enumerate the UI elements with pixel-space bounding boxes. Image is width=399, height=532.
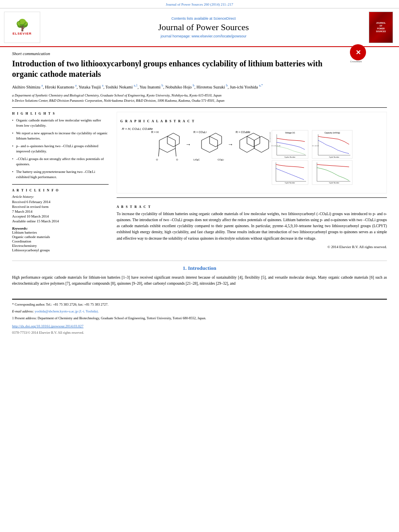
crossmark-label: CrossMark: [346, 60, 366, 63]
cover-text: JOURNALOFPOWERSOURCES: [376, 22, 386, 33]
sciencedirect-link-text[interactable]: ScienceDirect: [214, 16, 236, 21]
title-row: Introduction of two lithiooxycarbonyl gr…: [12, 58, 387, 83]
page-wrapper: Journal of Power Sources 260 (2014) 211–…: [0, 0, 399, 339]
highlights-list: Organic cathode materials of low molecul…: [12, 118, 109, 180]
journal-center: Contents lists available at ScienceDirec…: [44, 12, 363, 43]
svg-line-6: [175, 148, 176, 156]
accepted-date: Accepted 10 March 2014: [12, 214, 109, 218]
keyword-2: Organic cathode materials: [12, 235, 109, 239]
keyword-1: Lithium batteries: [12, 230, 109, 234]
citation-text: Journal of Power Sources 260 (2014) 211–…: [166, 2, 233, 6]
article-info-heading: A R T I C L E I N F O: [12, 189, 109, 192]
contents-prefix: Contents lists available at: [171, 16, 214, 21]
svg-text:Cycle Number: Cycle Number: [329, 182, 339, 184]
svg-text:R = H: R = H: [151, 131, 158, 134]
svg-text:R = CO₂Li: R = CO₂Li: [193, 131, 206, 134]
svg-text:LiO₂C: LiO₂C: [193, 158, 200, 161]
received-revised-label: Received in revised form: [12, 205, 109, 209]
svg-line-5: [158, 148, 159, 156]
received-date: Received 6 February 2014: [12, 200, 109, 204]
copyright-line: © 2014 Elsevier B.V. All rights reserved…: [117, 245, 387, 249]
svg-text:0  5  10  20: 0 5 10 20: [312, 145, 319, 147]
abstract-section: A B S T R A C T To increase the cyclabil…: [117, 197, 387, 249]
abstract-text: To increase the cyclability of lithium b…: [117, 211, 387, 242]
crossmark-container: ✕ CrossMark: [346, 60, 366, 63]
article-title: Introduction of two lithiooxycarbonyl gr…: [12, 58, 342, 79]
authors: Akihiro Shimizu a, Hiroki Kuramoto a, Yu…: [12, 83, 387, 90]
svg-text:→: →: [228, 141, 233, 148]
svg-text:Capacity (mAh/g): Capacity (mAh/g): [325, 131, 340, 134]
svg-text:R = CO₂Me: R = CO₂Me: [236, 131, 250, 134]
highlight-item-3: p– and o–quinones having two –CO₂Li grou…: [12, 144, 109, 154]
main-content: Short communication Introduction of two …: [0, 47, 399, 339]
svg-text:Cycle Number: Cycle Number: [285, 182, 295, 184]
highlight-item-1: Organic cathode materials of low molecul…: [12, 118, 109, 129]
intro-title: Introduction: [188, 265, 216, 271]
svg-marker-10: [210, 133, 222, 147]
crossmark-badge: ✕: [350, 44, 366, 60]
crossmark-icon: ✕: [356, 49, 361, 56]
article-info-section: A R T I C L E I N F O Article history: R…: [12, 184, 109, 252]
keywords-label: Keywords:: [12, 226, 109, 230]
graphical-abstract-section: G R A P H I C A L A B S T R A C T R = H,…: [117, 112, 387, 193]
journal-title: Journal of Power Sources: [44, 22, 363, 33]
email-label: E-mail address:: [12, 309, 34, 313]
email-address[interactable]: yoshida@sbchem.kyoto-u.ac.jp (J.-i. Yosh…: [35, 309, 99, 313]
elsevier-tree-icon: 🌳: [15, 20, 29, 31]
journal-header: 🌳 ELSEVIER Contents lists available at S…: [0, 8, 399, 47]
graphical-abstract-svg: R = H O O → R =: [147, 128, 356, 187]
r-label: R = H, CO₂Li, CO₂Me: [122, 127, 153, 131]
abstract-heading: A B S T R A C T: [117, 205, 387, 209]
doi-link[interactable]: http://dx.doi.org/10.1016/j.jpowsour.201…: [12, 324, 84, 328]
keyword-4: Electrochemistry: [12, 244, 109, 248]
svg-marker-2: [167, 133, 179, 147]
svg-rect-18: [272, 130, 308, 158]
cover-image: JOURNALOFPOWERSOURCES: [369, 12, 393, 43]
molecule-area: R = H, CO₂Li, CO₂Me R = H O O: [120, 128, 383, 187]
elsevier-logo: 🌳 ELSEVIER: [4, 12, 40, 43]
svg-text:Voltage (V): Voltage (V): [285, 131, 295, 134]
svg-text:→: →: [185, 141, 191, 148]
highlight-item-5: The battery using pyreneteteraone having…: [12, 169, 109, 180]
highlights-and-abstract-row: H I G H L I G H T S Organic cathode mate…: [12, 107, 387, 253]
svg-marker-17: [254, 136, 269, 152]
keyword-3: Coordination: [12, 239, 109, 243]
highlight-item-4: –CO₂Li groups do not strongly affect the…: [12, 156, 109, 167]
footnote-star-text: * Corresponding author. Tel.: +81 75 383…: [12, 302, 109, 306]
intro-number: 1.: [183, 265, 187, 271]
affil-b: b Device Solutions Center, R&D Division …: [12, 98, 387, 103]
history-label: Article history:: [12, 195, 109, 199]
svg-text:Cycle Number: Cycle Number: [329, 156, 339, 158]
footnote-email: E-mail address: yoshida@sbchem.kyoto-u.a…: [12, 309, 387, 314]
graphical-abstract-image: R = H, CO₂Li, CO₂Me R = H O O: [120, 125, 383, 190]
introduction-section: 1. Introduction High performance organic…: [12, 261, 387, 287]
journal-cover: JOURNALOFPOWERSOURCES: [367, 12, 395, 43]
keywords-section: Keywords: Lithium batteries Organic cath…: [12, 226, 109, 252]
footnote-star: * Corresponding author. Tel.: +81 75 383…: [12, 302, 387, 307]
revised-date: 7 March 2014: [12, 210, 109, 214]
article-info-content: Article history: Received 6 February 201…: [12, 195, 109, 223]
svg-text:CO₂Li: CO₂Li: [218, 158, 224, 161]
highlight-item-2: We report a new approach to increase the…: [12, 131, 109, 142]
contents-line: Contents lists available at ScienceDirec…: [44, 16, 363, 21]
affil-a: a Department of Synthetic Chemistry and …: [12, 93, 387, 98]
top-citation-bar: Journal of Power Sources 260 (2014) 211–…: [0, 0, 399, 8]
affiliations: a Department of Synthetic Chemistry and …: [12, 93, 387, 103]
svg-text:3.5 3.0 2.5 2.0: 3.5 3.0 2.5 2.0: [269, 132, 271, 142]
elsevier-brand: ELSEVIER: [12, 32, 32, 35]
intro-text: High performance organic cathode materia…: [12, 275, 387, 287]
keyword-5: Lithiooxycarbonyl groups: [12, 248, 109, 252]
svg-text:O: O: [176, 158, 178, 161]
footer-bottom: 0378-7753/© 2014 Elsevier B.V. All right…: [12, 331, 387, 335]
highlights-section: H I G H L I G H T S Organic cathode mate…: [12, 112, 109, 180]
article-type: Short communication: [12, 51, 387, 56]
svg-rect-31: [272, 160, 308, 185]
left-column: H I G H L I G H T S Organic cathode mate…: [12, 108, 109, 253]
available-date: Available online 15 March 2014: [12, 219, 109, 223]
homepage-url[interactable]: journal homepage: www.elsevier.com/locat…: [44, 34, 363, 38]
svg-text:Cycles Number: Cycles Number: [284, 156, 296, 158]
svg-text:0  5  10  15  20: 0 5 10 15 20: [271, 145, 281, 147]
doi-section: http://dx.doi.org/10.1016/j.jpowsour.201…: [12, 324, 387, 328]
footer-section: * Corresponding author. Tel.: +81 75 383…: [12, 299, 387, 335]
highlights-heading: H I G H L I G H T S: [12, 112, 109, 115]
